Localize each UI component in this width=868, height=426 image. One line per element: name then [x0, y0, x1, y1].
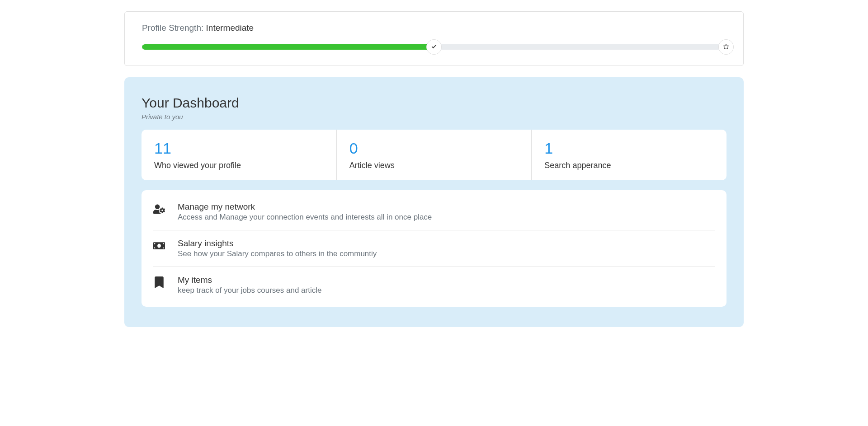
profile-strength-card: Profile Strength: Intermediate	[124, 11, 744, 66]
stat-value: 0	[349, 140, 519, 157]
item-title: Salary insights	[178, 239, 715, 248]
profile-strength-progress	[142, 44, 726, 50]
stat-label: Who viewed your profile	[154, 161, 324, 170]
dashboard-title: Your Dashboard	[142, 95, 726, 111]
item-salary-insights[interactable]: Salary insights See how your Salary comp…	[153, 230, 715, 267]
item-title: My items	[178, 275, 715, 285]
bookmark-icon	[153, 276, 166, 290]
progress-fill	[142, 44, 434, 50]
stat-value: 1	[544, 140, 714, 157]
dashboard-subtitle: Private to you	[142, 113, 726, 121]
stat-profile-views[interactable]: 11 Who viewed your profile	[142, 130, 337, 180]
items-card: Manage my network Access and Manage your…	[142, 190, 726, 307]
stat-label: Article views	[349, 161, 519, 170]
star-icon	[723, 43, 729, 51]
stats-row: 11 Who viewed your profile 0 Article vie…	[142, 130, 726, 180]
stat-value: 11	[154, 140, 324, 157]
item-title: Manage my network	[178, 202, 715, 212]
item-content: Salary insights See how your Salary comp…	[178, 239, 715, 258]
item-desc: Access and Manage your connection events…	[178, 213, 715, 222]
stat-article-views[interactable]: 0 Article views	[337, 130, 532, 180]
item-content: Manage my network Access and Manage your…	[178, 202, 715, 222]
item-content: My items keep track of your jobs courses…	[178, 275, 715, 295]
money-bill-icon	[153, 240, 166, 253]
check-icon	[431, 43, 437, 51]
item-manage-network[interactable]: Manage my network Access and Manage your…	[153, 194, 715, 230]
profile-strength-label: Profile Strength:	[142, 23, 206, 33]
stat-search-appearance[interactable]: 1 Search apperance	[532, 130, 726, 180]
item-desc: keep track of your jobs courses and arti…	[178, 286, 715, 295]
progress-marker-check	[426, 39, 442, 55]
item-my-items[interactable]: My items keep track of your jobs courses…	[153, 267, 715, 303]
item-desc: See how your Salary compares to others i…	[178, 249, 715, 258]
dashboard-card: Your Dashboard Private to you 11 Who vie…	[124, 77, 744, 327]
stat-label: Search apperance	[544, 161, 714, 170]
users-cog-icon	[153, 203, 166, 217]
profile-strength-title: Profile Strength: Intermediate	[142, 23, 726, 33]
profile-strength-value: Intermediate	[206, 23, 254, 33]
progress-marker-star	[718, 39, 734, 55]
